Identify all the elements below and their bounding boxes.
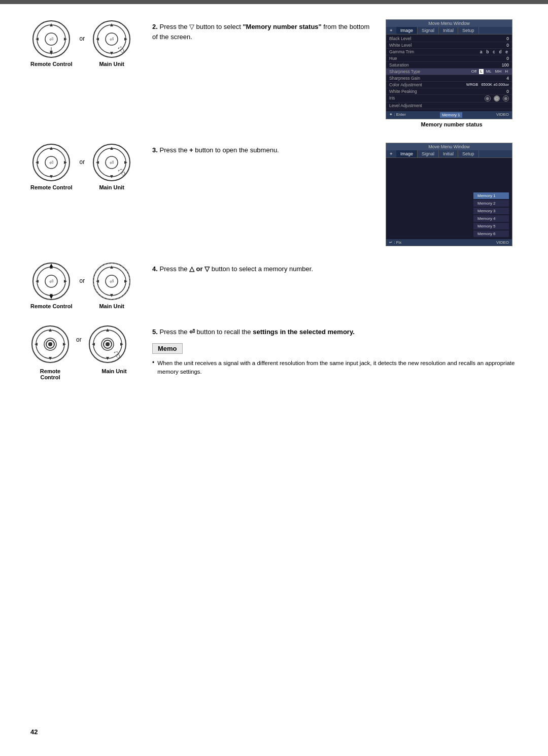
submenu-tab-icon: ✦: [386, 150, 396, 157]
main-unit-knob-3: ⏎: [92, 261, 131, 301]
svg-point-75: [117, 355, 120, 358]
section4-controls: ⏎ or ⏎: [30, 324, 142, 380]
menu-row-coloradj: Color Adjustment WRGB 6500K ±0.000uv: [386, 82, 512, 88]
section3-text: 4. Press the △ or ▽ button to select a m…: [152, 264, 518, 274]
section2-controls-row: ⏎ Remote Control or ⏎: [30, 143, 131, 190]
section4-row1-main: ⏎: [88, 324, 127, 364]
main-unit-knob-4a: ⏎: [88, 324, 127, 364]
svg-marker-44: [49, 264, 53, 268]
menu-row-iris: Iris ⊕ ⊙ ⊗: [386, 95, 512, 103]
submenu-footer-fix: ↵ : Fix: [389, 240, 401, 245]
submenu-title-1: Move Menu Window: [386, 143, 512, 150]
menu-title-1: Move Menu Window: [386, 20, 512, 27]
submenu-tabs-1: ✦ Image Signal Initial Setup: [386, 150, 512, 158]
section2-screen: Move Menu Window ✦ Image Signal Initial …: [386, 143, 518, 246]
section1-screen: Move Menu Window ✦ Image Signal Initial …: [386, 19, 518, 127]
menu-footer-memory: Memory 1: [440, 112, 462, 118]
submenu-item-4: Memory 4: [473, 215, 509, 222]
step-5-number: 5.: [152, 328, 158, 336]
step-2-text: Press the ▽ button to select "Memory num…: [152, 23, 369, 41]
section2-main-label: Main Unit: [99, 184, 124, 190]
submenu-window-1: Move Menu Window ✦ Image Signal Initial …: [386, 143, 512, 246]
section2-instruction: 3. Press the + button to open the submen…: [142, 143, 375, 159]
svg-point-64: [48, 342, 52, 346]
remote-control-knob-3: ⏎: [31, 261, 71, 301]
submenu-footer-video: VIDEO: [496, 240, 509, 245]
section3-or: or: [80, 277, 85, 284]
svg-point-35: [122, 172, 125, 175]
menu-footer-1: ✦ : Enter Memory 1 VIDEO: [386, 111, 512, 119]
submenu-item-1: Memory 1: [473, 192, 509, 199]
submenu-tab-initial: Initial: [439, 150, 458, 157]
svg-text:⏎: ⏎: [49, 160, 53, 166]
memo-content: • When the unit receives a signal with a…: [152, 359, 518, 377]
menu-tab-initial: Initial: [439, 27, 458, 34]
menu-tab-signal: Signal: [418, 27, 439, 34]
menu-window-1: Move Menu Window ✦ Image Signal Initial …: [386, 19, 512, 119]
section4-row1: ⏎ or ⏎: [30, 324, 142, 364]
menu-tab-image: Image: [396, 27, 418, 34]
menu-row-blacklevel: Black Level 0: [386, 36, 512, 42]
menu-row-saturation: Saturation 100: [386, 62, 512, 69]
submenu-item-5: Memory 5: [473, 223, 509, 229]
section2-main-group: ⏎ Main Unit: [92, 143, 131, 190]
submenu-tab-setup: Setup: [458, 150, 479, 157]
section4-remote-label: Remote Control: [30, 368, 70, 380]
section3-main-label: Main Unit: [99, 303, 124, 309]
section4-or: or: [76, 336, 82, 343]
section-4: ⏎ or ⏎: [30, 324, 518, 380]
svg-point-74: [106, 342, 110, 346]
section1-controls-row: ⏎ Remote Control or: [30, 19, 131, 67]
section1-remote-label: Remote Control: [30, 61, 73, 67]
section1-or: or: [80, 35, 85, 42]
section1-main-unit-group: ⏎ Main Unit: [92, 19, 131, 67]
remote-control-knob-4a: ⏎: [30, 324, 70, 364]
section3-instruction: 4. Press the △ or ▽ button to select a m…: [142, 261, 518, 278]
menu-footer-enter: ✦ : Enter: [389, 112, 406, 118]
submenu-footer-1: ↵ : Fix VIDEO: [386, 239, 512, 246]
svg-text:⏎: ⏎: [49, 279, 53, 284]
main-unit-knob-2: ⏎: [92, 143, 131, 182]
step-4-text: Press the △ or ▽ button to select a memo…: [159, 265, 313, 273]
menu-tabs-1: ✦ Image Signal Initial Setup: [386, 27, 512, 35]
remote-control-knob-2: ⏎: [31, 143, 71, 182]
submenu-tab-signal: Signal: [418, 150, 439, 157]
step-4-number: 4.: [152, 265, 158, 273]
menu-row-sharpnesstype: Sharpness Type Off L ML MH H: [386, 69, 512, 75]
section-1: ⏎ Remote Control or: [30, 19, 518, 127]
submenu-tab-image: Image: [396, 150, 418, 157]
svg-text:⏎: ⏎: [110, 37, 114, 42]
submenu-item-2: Memory 2: [473, 200, 509, 207]
menu-row-sharpnessgain: Sharpness Gain 4: [386, 75, 512, 82]
memo-text: When the unit receives a signal with a d…: [157, 359, 518, 377]
section-2: ⏎ Remote Control or ⏎: [30, 143, 518, 246]
svg-marker-45: [49, 295, 53, 299]
menu-row-whitepeaking: White Peaking 0: [386, 88, 512, 95]
section4-instruction: 5. Press the ⏎ button to recall the sett…: [142, 324, 518, 376]
svg-text:⏎: ⏎: [49, 37, 53, 42]
section2-text: 3. Press the + button to open the submen…: [152, 145, 375, 155]
menu-row-hue: Hue 0: [386, 55, 512, 62]
section1-text: 2. Press the ▽ button to select "Memory …: [152, 22, 375, 42]
remote-control-knob-1: ⏎: [31, 19, 71, 59]
top-decoration-bar: [0, 0, 548, 4]
svg-text:⏎: ⏎: [110, 279, 114, 284]
step-2-number: 2.: [152, 23, 158, 30]
section3-main-group: ⏎ Main Unit: [92, 261, 131, 309]
step-3-number: 3.: [152, 146, 158, 154]
svg-text:⏎: ⏎: [110, 160, 114, 166]
section4-labels: Remote Control Main Unit: [30, 368, 142, 380]
section4-main-label: Main Unit: [94, 368, 134, 380]
menu-tab-setup: Setup: [458, 27, 479, 34]
submenu-item-3: Memory 3: [473, 208, 509, 214]
section4-text: 5. Press the ⏎ button to recall the sett…: [152, 327, 518, 337]
memo-label: Memo: [152, 343, 183, 354]
page-number: 42: [30, 728, 38, 736]
section-3: ⏎ Remote Control or: [30, 261, 518, 309]
section1-remote-control-group: ⏎ Remote Control: [30, 19, 73, 67]
menu-row-whitelevel: White Level 0: [386, 42, 512, 49]
menu-footer-video: VIDEO: [496, 112, 509, 118]
menu-tab-icon-1: ✦: [386, 27, 396, 34]
section3-remote-label: Remote Control: [30, 303, 73, 309]
section3-controls: ⏎ Remote Control or: [30, 261, 142, 309]
